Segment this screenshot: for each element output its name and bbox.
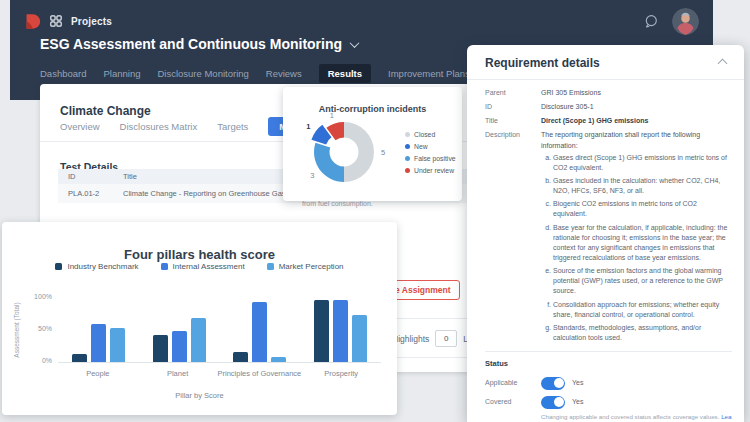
- collapse-icon[interactable]: [718, 58, 728, 68]
- bar: [110, 328, 125, 362]
- description-item: Source of the emission factors and the g…: [553, 266, 732, 296]
- panel-header: Requirement details: [467, 45, 744, 80]
- panel-body: Parent GRI 305 Emissions ID Disclosure 3…: [467, 80, 744, 422]
- highlights-count-input[interactable]: [435, 330, 457, 347]
- chat-bubble-icon[interactable]: [643, 13, 659, 29]
- highlights-label: Highlights: [392, 334, 429, 344]
- tab-overview[interactable]: Overview: [60, 121, 100, 132]
- field-row-parent: Parent GRI 305 Emissions: [485, 88, 732, 98]
- x-axis-categories: People Planet Principles of Governance P…: [58, 369, 381, 378]
- legend-label: Internal Assessment: [173, 262, 245, 271]
- brand-logo-icon[interactable]: [24, 13, 41, 30]
- legend-item: New: [405, 143, 456, 150]
- y-axis-ticks: 100% 50% 0%: [28, 297, 52, 362]
- tick-label: 0%: [42, 357, 52, 364]
- legend-item: False positive: [405, 155, 456, 162]
- status-section: Status Applicable Yes Covered Yes Changi…: [485, 351, 732, 422]
- field-row-description: Description The reporting organization s…: [485, 130, 732, 346]
- legend-label: Closed: [414, 131, 435, 138]
- learn-more-link[interactable]: Learn more: [721, 413, 732, 420]
- bar-group: [58, 297, 139, 362]
- apps-grid-icon[interactable]: [50, 15, 62, 27]
- status-note-text: Changing applicable and covered status a…: [541, 413, 719, 420]
- donut-value-label: 5: [381, 148, 385, 157]
- screenshot-root: Projects ESG Assessment and Continuous M…: [0, 0, 750, 422]
- covered-row: Covered Yes: [485, 396, 732, 409]
- four-pillars-card: Four pillars health score Industry Bench…: [2, 222, 397, 415]
- field-value: Direct (Scope 1) GHG emissions: [541, 116, 732, 126]
- field-label: ID: [485, 102, 541, 112]
- app-header-row: Projects: [24, 9, 699, 33]
- donut-legend: Closed New False positive Under review: [405, 131, 456, 174]
- donut-chart: 5311: [302, 110, 386, 194]
- category-label: Principles of Governance: [217, 369, 301, 378]
- panel-title: Climate Change: [60, 104, 151, 118]
- tab-disclosures-matrix[interactable]: Disclosures Matrix: [120, 121, 198, 132]
- bar: [91, 324, 106, 362]
- description-list: Gases direct (Scope 1) GHG emissions in …: [541, 153, 732, 343]
- bar: [72, 354, 87, 363]
- description-item: Biogenic CO2 emissions in metric tons of…: [553, 199, 732, 219]
- nav-tab-reviews[interactable]: Reviews: [266, 68, 302, 79]
- nav-tab-disclosure-monitoring[interactable]: Disclosure Monitoring: [157, 68, 248, 79]
- bar-chart-legend: Industry Benchmark Internal Assessment M…: [2, 262, 397, 271]
- field-value: The reporting organization shall report …: [541, 130, 732, 346]
- status-heading: Status: [485, 359, 732, 370]
- bar: [271, 357, 286, 362]
- project-title[interactable]: ESG Assessment and Continuous Monitoring: [40, 36, 358, 52]
- bar: [314, 300, 329, 362]
- category-label: Planet: [138, 369, 218, 378]
- legend-swatch: [405, 144, 410, 149]
- field-value: Disclosure 305-1: [541, 102, 732, 112]
- field-row-title: Title Direct (Scope 1) GHG emissions: [485, 116, 732, 126]
- legend-item: Industry Benchmark: [55, 262, 138, 271]
- y-axis-title: Assessment (Total): [13, 302, 20, 357]
- applicable-row: Applicable Yes: [485, 377, 732, 390]
- description-item: Gases included in the calculation: wheth…: [553, 176, 732, 196]
- legend-item: Closed: [405, 131, 456, 138]
- legend-swatch: [405, 132, 410, 137]
- legend-swatch: [405, 156, 410, 161]
- projects-nav-label[interactable]: Projects: [71, 16, 112, 27]
- bar-group: [300, 297, 381, 362]
- legend-label: False positive: [414, 155, 456, 162]
- bar-group: [220, 297, 301, 362]
- field-label: Title: [485, 116, 541, 126]
- tab-targets[interactable]: Targets: [217, 121, 248, 132]
- nav-tab-dashboard[interactable]: Dashboard: [40, 68, 86, 79]
- description-item: Standards, methodologies, assumptions, a…: [553, 323, 732, 343]
- panel-title: Requirement details: [485, 56, 600, 70]
- field-label: Parent: [485, 88, 541, 98]
- legend-label: New: [414, 143, 428, 150]
- legend-swatch: [267, 263, 274, 270]
- nav-tab-improvement-plans[interactable]: Improvement Plans: [388, 68, 470, 79]
- covered-toggle-on[interactable]: [541, 396, 565, 409]
- category-label: People: [58, 369, 138, 378]
- legend-swatch: [55, 263, 62, 270]
- legend-item: Market Perception: [267, 262, 344, 271]
- legend-swatch: [405, 168, 410, 173]
- bar: [191, 318, 206, 362]
- bar: [172, 331, 187, 362]
- x-axis-title: Pillar by Score: [2, 391, 397, 400]
- applicable-toggle-on[interactable]: [541, 377, 565, 390]
- bar: [333, 300, 348, 362]
- row-caption-fragment: from fuel consumption.: [302, 200, 373, 207]
- status-note: Changing applicable and covered status a…: [541, 413, 732, 422]
- category-label: Prosperity: [301, 369, 381, 378]
- user-avatar[interactable]: [672, 8, 699, 35]
- donut-slice: [344, 122, 374, 182]
- nav-tab-planning[interactable]: Planning: [103, 68, 140, 79]
- bar: [153, 335, 168, 362]
- bar-group: [139, 297, 220, 362]
- anti-corruption-card: Anti-corruption incidents 5311 Closed Ne…: [283, 87, 462, 201]
- field-label: Covered: [485, 397, 541, 407]
- nav-tab-results-active[interactable]: Results: [319, 64, 371, 83]
- description-item: Gases direct (Scope 1) GHG emissions in …: [553, 153, 732, 173]
- bar-chart-title: Four pillars health score: [2, 247, 397, 262]
- field-label: Description: [485, 130, 541, 346]
- legend-item: Under review: [405, 167, 456, 174]
- description-item: Consolidation approach for emissions; wh…: [553, 300, 732, 320]
- field-row-id: ID Disclosure 305-1: [485, 102, 732, 112]
- bar: [233, 352, 248, 362]
